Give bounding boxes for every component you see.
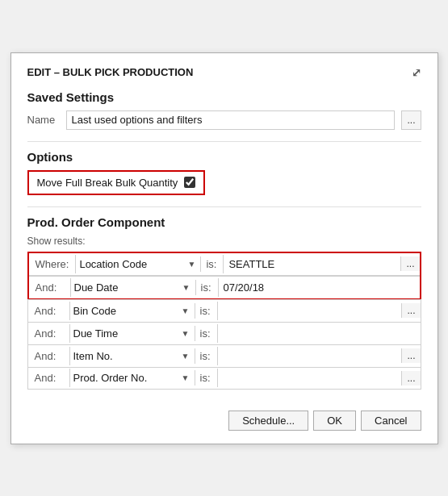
dialog-title: EDIT – BULK PICK PRODUCTION: [27, 66, 194, 78]
filter-rows-container: Where: Location Code Due Date Bin Code D…: [27, 252, 421, 390]
value-input-4[interactable]: [218, 346, 402, 365]
value-input-1[interactable]: [219, 277, 420, 297]
saved-settings-section: Saved Settings Name ...: [27, 90, 421, 130]
row-prefix-4: And:: [28, 347, 70, 365]
filter-row-5: And: Prod. Order No. Location Code Due D…: [27, 367, 421, 390]
field-select-wrapper-3: Due Time Location Code Due Date Bin Code…: [70, 326, 195, 341]
field-select-2[interactable]: Bin Code Location Code Due Date Due Time…: [73, 305, 191, 317]
filter-row-2: And: Bin Code Location Code Due Date Due…: [27, 299, 421, 322]
dialog-footer: Schedule... OK Cancel: [27, 402, 421, 431]
move-full-break-bulk-label: Move Full Break Bulk Quantity: [37, 177, 178, 189]
edit-bulk-pick-dialog: EDIT – BULK PICK PRODUCTION ⤢ Saved Sett…: [10, 52, 438, 444]
is-label-2: is:: [195, 302, 218, 320]
move-full-break-bulk-checkbox[interactable]: [184, 177, 195, 188]
saved-settings-ellipsis-btn[interactable]: ...: [401, 110, 421, 130]
value-ellipsis-0[interactable]: ...: [400, 256, 419, 271]
field-select-4[interactable]: Item No. Location Code Due Date Bin Code…: [73, 350, 191, 362]
is-label-1: is:: [196, 278, 219, 297]
ok-button[interactable]: OK: [313, 411, 356, 431]
field-select-wrapper-2: Bin Code Location Code Due Date Due Time…: [70, 303, 195, 319]
saved-settings-input[interactable]: [66, 110, 396, 130]
saved-settings-title: Saved Settings: [27, 90, 421, 104]
options-section: Options Move Full Break Bulk Quantity: [27, 150, 421, 195]
options-title: Options: [27, 150, 421, 164]
prod-order-section: Prod. Order Component Show results: Wher…: [27, 215, 421, 390]
row-prefix-1: And:: [29, 278, 71, 297]
field-select-3[interactable]: Due Time Location Code Due Date Bin Code…: [73, 327, 191, 340]
value-ellipsis-2[interactable]: ...: [401, 303, 420, 318]
prod-order-title: Prod. Order Component: [27, 215, 421, 229]
row-prefix-2: And:: [28, 302, 70, 320]
field-select-wrapper-1: Due Date Location Code Bin Code Due Time…: [71, 280, 196, 295]
is-label-4: is:: [195, 347, 218, 365]
value-input-5[interactable]: [218, 369, 402, 388]
value-input-3[interactable]: [218, 323, 421, 343]
is-label-3: is:: [195, 324, 218, 343]
filter-row-and-1: And: Due Date Location Code Bin Code Due…: [29, 276, 420, 298]
show-results-label: Show results:: [27, 235, 421, 247]
cancel-button[interactable]: Cancel: [361, 411, 421, 431]
filter-row-3: And: Due Time Location Code Due Date Bin…: [27, 322, 421, 344]
field-select-5[interactable]: Prod. Order No. Location Code Due Date B…: [73, 372, 191, 384]
value-ellipsis-5[interactable]: ...: [401, 371, 420, 386]
name-label: Name: [27, 114, 60, 126]
dialog-title-bar: EDIT – BULK PICK PRODUCTION ⤢: [27, 66, 421, 79]
divider-1: [27, 141, 421, 142]
is-label-0: is:: [201, 255, 224, 273]
filter-row-4: And: Item No. Location Code Due Date Bin…: [27, 344, 421, 367]
field-select-1[interactable]: Due Date Location Code Bin Code Due Time…: [74, 281, 192, 294]
is-label-5: is:: [195, 369, 218, 387]
highlighted-group: Where: Location Code Due Date Bin Code D…: [27, 252, 421, 300]
field-select-wrapper-4: Item No. Location Code Due Date Bin Code…: [70, 348, 195, 364]
field-select-0[interactable]: Location Code Due Date Bin Code Due Time…: [79, 258, 197, 270]
filter-row-where: Where: Location Code Due Date Bin Code D…: [29, 253, 420, 276]
expand-icon[interactable]: ⤢: [412, 66, 421, 79]
row-prefix-3: And:: [28, 324, 70, 343]
value-input-2[interactable]: [218, 301, 402, 320]
divider-2: [27, 206, 421, 207]
move-full-break-bulk-row: Move Full Break Bulk Quantity: [27, 170, 206, 195]
saved-settings-row: Name ...: [27, 110, 421, 130]
schedule-button[interactable]: Schedule...: [228, 411, 308, 431]
field-select-wrapper-5: Prod. Order No. Location Code Due Date B…: [70, 370, 195, 386]
row-prefix-where: Where:: [29, 255, 77, 273]
field-select-wrapper-0: Location Code Due Date Bin Code Due Time…: [76, 256, 201, 272]
value-ellipsis-4[interactable]: ...: [401, 348, 420, 363]
row-prefix-5: And:: [28, 369, 70, 387]
value-input-0[interactable]: [224, 254, 400, 273]
